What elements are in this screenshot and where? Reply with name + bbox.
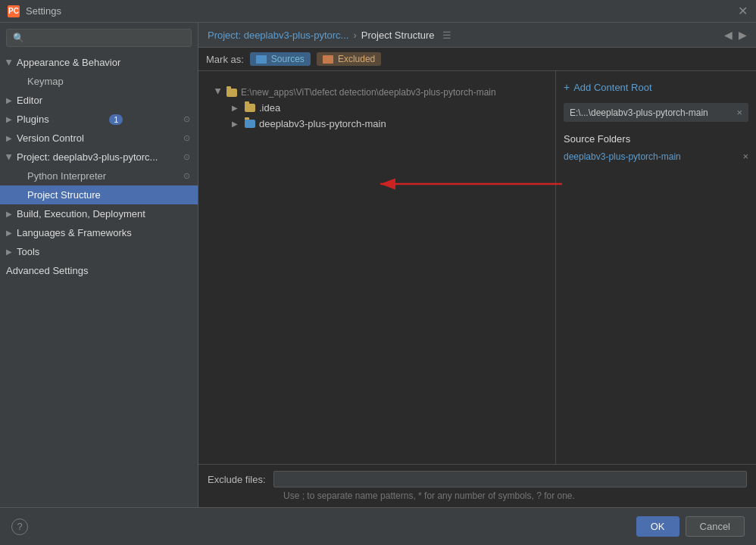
sidebar-item-label: Project Structure [27,189,101,201]
right-panel: + Add Content Root E:\...\deeplabv3-plus… [555,71,756,464]
sync-icon: ⊙ [183,152,190,162]
source-folder-name: deeplabv3-plus-pytorch-main [564,151,681,162]
tree-node-root[interactable]: ▶ E:\new_apps\ViT\defect detection\deepl… [211,85,543,100]
ok-button[interactable]: OK [636,516,679,537]
content-area: Project: deeplabv3-plus-pytorс... › Proj… [198,23,756,507]
sidebar-item-label: Advanced Settings [6,265,88,276]
add-content-root-button[interactable]: + Add Content Root [564,79,748,95]
breadcrumb-link[interactable]: Project: deeplabv3-plus-pytorс... [208,30,348,41]
title-bar: PC Settings ✕ [0,0,756,23]
expand-arrow: ▶ [232,120,241,128]
search-input[interactable] [28,33,185,43]
sidebar: 🔍 ▶ Appearance & Behavior Keymap ▶ Edito… [0,23,198,507]
add-icon: + [564,81,570,93]
root-folder-icon [226,89,237,97]
tree-node-idea[interactable]: ▶ .idea [229,100,543,116]
sidebar-item-project[interactable]: ▶ Project: deeplabv3-plus-pytorc... ⊙ [0,148,198,167]
dialog-buttons: OK Cancel [636,516,745,537]
root-path: E:\new_apps\ViT\defect detection\deeplab… [241,87,496,98]
tree-container: ▶ E:\new_apps\ViT\defect detection\deepl… [206,79,548,138]
main-container: 🔍 ▶ Appearance & Behavior Keymap ▶ Edito… [0,23,756,507]
remove-content-root-button[interactable]: × [736,107,742,118]
sidebar-item-label: Keymap [27,76,64,87]
breadcrumb-nav: ◀ ▶ [724,29,747,41]
search-box[interactable]: 🔍 [6,29,192,47]
folder-orange-icon [323,55,333,64]
sidebar-item-label: Editor [17,95,42,106]
search-icon: 🔍 [13,33,24,43]
close-button[interactable]: ✕ [736,5,748,17]
plugins-badge: 1 [109,114,123,125]
expand-arrow: ▶ [6,115,12,123]
mark-as-sources-button[interactable]: Sources [250,52,311,66]
exclude-files-input[interactable] [273,471,747,487]
tree-node-main[interactable]: ▶ deeplabv3-plus-pytorch-main [229,116,543,132]
cancel-button[interactable]: Cancel [686,516,745,537]
child-folder-icon [245,104,255,112]
expand-arrow: ▶ [6,248,12,256]
expand-arrow: ▶ [5,60,14,66]
mark-as-bar: Mark as: Sources Excluded [198,48,756,71]
breadcrumb-current: Project Structure [361,30,435,41]
source-folders-title: Source Folders [564,133,748,145]
sync-icon: ⊙ [183,114,190,124]
child-folder-icon [245,120,255,128]
tree-pane: ▶ E:\new_apps\ViT\defect detection\deepl… [198,71,555,464]
sidebar-item-languages[interactable]: ▶ Languages & Frameworks [0,223,198,242]
sidebar-item-python-interpreter[interactable]: Python Interpreter ⊙ [0,167,198,185]
sync-icon: ⊙ [183,171,190,181]
expand-arrow: ▶ [214,88,223,97]
tree-children: ▶ .idea ▶ deeplabv3-plus-pytorch-main [211,100,543,132]
sidebar-item-label: Project: deeplabv3-plus-pytorc... [17,151,158,163]
breadcrumb-icon: ☰ [442,30,451,41]
expand-arrow: ▶ [5,154,14,160]
expand-arrow: ▶ [232,104,241,112]
exclude-row: Exclude files: [208,471,747,487]
sidebar-item-project-structure[interactable]: Project Structure [0,185,198,204]
exclude-label: Exclude files: [208,474,266,485]
sidebar-item-label: Build, Execution, Deployment [17,208,145,220]
sidebar-item-build-execution[interactable]: ▶ Build, Execution, Deployment [0,204,198,223]
sidebar-item-label: Appearance & Behavior [17,57,120,68]
tree-node-label: deeplabv3-plus-pytorch-main [259,118,386,129]
expand-arrow: ▶ [6,134,12,142]
exclude-hint: Use ; to separate name patterns, * for a… [208,490,747,501]
sidebar-item-label: Version Control [17,132,84,144]
sidebar-item-plugins[interactable]: ▶ Plugins 1 ⊙ [0,110,198,129]
tree-node-label: .idea [259,102,280,114]
sync-icon: ⊙ [183,133,190,143]
nav-forward-icon[interactable]: ▶ [739,29,747,41]
expand-arrow: ▶ [6,96,12,104]
remove-source-folder-button[interactable]: × [742,151,748,162]
mark-as-excluded-button[interactable]: Excluded [317,52,381,66]
folder-blue-icon [256,55,267,64]
title-bar-left: PC Settings [8,5,61,17]
breadcrumb-separator: › [353,30,356,41]
help-button[interactable]: ? [11,519,28,535]
window-title: Settings [26,5,61,17]
sidebar-item-label: Languages & Frameworks [17,227,132,238]
bottom-bar: ? OK Cancel [0,507,756,545]
mark-as-label: Mark as: [206,54,244,65]
sidebar-item-appearance[interactable]: ▶ Appearance & Behavior [0,53,198,72]
sidebar-item-tools[interactable]: ▶ Tools [0,242,198,261]
sidebar-item-label: Python Interpreter [27,170,106,182]
content-wrapper: Mark as: Sources Excluded ▶ [198,48,756,507]
expand-arrow: ▶ [6,210,12,218]
exclude-files-section: Exclude files: Use ; to separate name pa… [198,464,756,507]
source-folders-section: Source Folders deeplabv3-plus-pytorch-ma… [564,133,748,164]
expand-arrow: ▶ [6,229,12,237]
source-folder-item: deeplabv3-plus-pytorch-main × [564,149,748,164]
sidebar-item-label: Plugins [17,114,49,125]
sidebar-item-version-control[interactable]: ▶ Version Control ⊙ [0,129,198,148]
app-icon: PC [8,5,20,17]
content-inner: ▶ E:\new_apps\ViT\defect detection\deepl… [198,71,756,464]
nav-back-icon[interactable]: ◀ [724,29,733,41]
add-content-root-label: Add Content Root [573,82,651,93]
sidebar-item-label: Tools [17,246,39,257]
sidebar-item-keymap[interactable]: Keymap [0,72,198,91]
breadcrumb: Project: deeplabv3-plus-pytorс... › Proj… [198,23,756,48]
sidebar-item-editor[interactable]: ▶ Editor [0,91,198,110]
sidebar-item-advanced-settings[interactable]: Advanced Settings [0,261,198,280]
content-root-item: E:\...\deeplabv3-plus-pytorch-main × [564,103,748,122]
